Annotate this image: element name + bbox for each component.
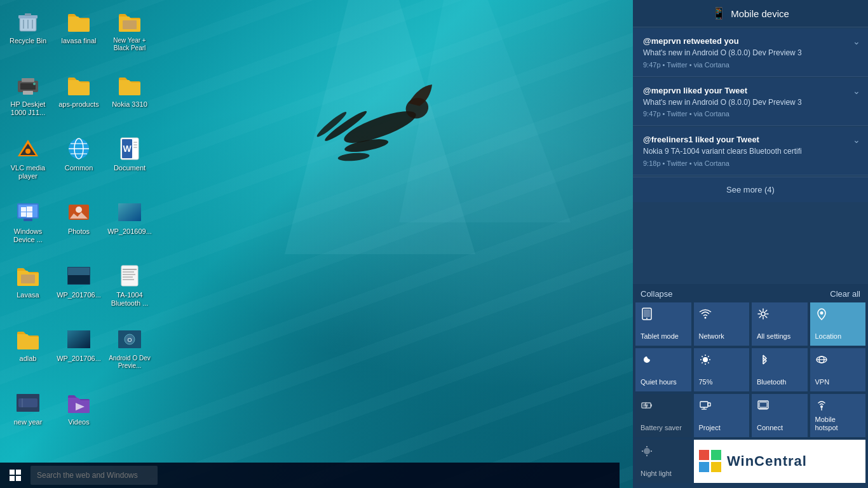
icon-recycle-bin-label: Recycle Bin	[10, 37, 46, 45]
icon-aps-products[interactable]: aps-products	[53, 69, 104, 132]
svg-rect-53	[18, 398, 37, 407]
svg-line-75	[702, 356, 702, 356]
icon-photos[interactable]: Photos	[53, 196, 104, 259]
quick-actions-grid: Tablet mode Network	[633, 302, 868, 440]
see-more-button[interactable]: See more (4)	[633, 177, 868, 202]
wincentral-logo	[699, 450, 722, 473]
all-settings-icon	[757, 308, 770, 323]
icon-windows-device-label: Windows Device ...	[5, 227, 51, 244]
icon-hp-deskjet[interactable]: HP Deskjet 1000 J11...	[3, 69, 53, 132]
search-input[interactable]	[31, 466, 158, 485]
svg-rect-41	[121, 266, 138, 286]
start-button[interactable]	[0, 463, 31, 488]
icon-vlc[interactable]: VLC media player	[3, 132, 53, 196]
svg-point-34	[76, 207, 82, 213]
notification-2[interactable]: @meprvn liked your Tweet What's new in A…	[633, 78, 868, 126]
battery-saver-icon	[641, 399, 653, 415]
qa-vpn[interactable]: VPN	[810, 348, 866, 391]
notif-2-title: @meprvn liked your Tweet	[643, 86, 858, 95]
notif-1-body: What's new in Android O (8.0.0) Dev Prev…	[643, 48, 858, 58]
qa-network[interactable]: Network	[694, 302, 750, 346]
svg-line-77	[708, 356, 709, 356]
notification-1[interactable]: @meprvn retweeted you What's new in Andr…	[633, 29, 868, 77]
notif-3-meta: 9:18p • Twitter • via Cortana	[643, 159, 858, 167]
icon-document[interactable]: W Document	[104, 132, 155, 196]
qa-project[interactable]: Project	[694, 394, 750, 437]
svg-rect-28	[24, 219, 32, 221]
icon-recycle-bin[interactable]: Recycle Bin	[3, 5, 53, 69]
icon-new-year-black-pearl[interactable]: New Year + Black Pearl	[104, 5, 155, 69]
notif-1-meta: 9:47p • Twitter • via Cortana	[643, 61, 858, 69]
qa-mobile-hotspot-label: Mobile hotspot	[815, 416, 861, 432]
icon-wp-201609[interactable]: WP_201609...	[104, 196, 155, 259]
svg-rect-40	[68, 275, 90, 284]
icon-nokia-3310[interactable]: Nokia 3310	[104, 69, 155, 132]
icon-windows-device[interactable]: Windows Device ...	[3, 196, 53, 259]
icon-new-year-label: New Year + Black Pearl	[107, 37, 153, 52]
icon-wp-201706a-label: WP_201706...	[57, 291, 101, 299]
night-light-icon	[641, 445, 653, 461]
svg-rect-94	[759, 409, 768, 410]
svg-rect-2	[25, 13, 31, 16]
qa-night-light[interactable]: Night light	[635, 440, 691, 483]
icon-new-year[interactable]: new year	[3, 386, 53, 450]
svg-point-11	[33, 83, 36, 85]
svg-rect-65	[644, 309, 650, 317]
icon-android-o-label: Android O Dev Previe...	[107, 355, 153, 370]
collapse-button[interactable]: Collapse	[641, 289, 673, 299]
icon-videos[interactable]: Videos	[53, 386, 104, 450]
svg-rect-88	[700, 402, 708, 407]
svg-rect-83	[651, 404, 652, 407]
svg-point-66	[646, 318, 648, 319]
desktop: Recycle Bin lavasa final New Year +	[0, 0, 868, 488]
icon-common-label: Common	[65, 164, 93, 172]
qa-connect-label: Connect	[757, 424, 783, 432]
qa-brightness[interactable]: 75%	[694, 348, 750, 391]
svg-rect-104	[10, 476, 15, 481]
icon-lavasa-final[interactable]: lavasa final	[53, 5, 104, 69]
icon-photos-label: Photos	[68, 227, 90, 236]
icon-aps-products-label: aps-products	[58, 100, 99, 109]
location-icon	[815, 308, 828, 323]
qa-tablet-mode[interactable]: Tablet mode	[635, 302, 691, 346]
desktop-icons: Recycle Bin lavasa final New Year +	[0, 0, 178, 488]
mobile-hotspot-icon	[815, 399, 828, 415]
logo-sq-blue	[699, 462, 709, 472]
mobile-device-icon: 📱	[712, 6, 726, 20]
svg-text:O: O	[127, 337, 132, 343]
icon-wp-201706a[interactable]: WP_201706...	[53, 259, 104, 323]
qa-bluetooth[interactable]: Bluetooth	[752, 348, 808, 391]
icon-lavasa[interactable]: Lavasa	[3, 259, 53, 323]
connect-icon	[757, 399, 770, 415]
icon-android-o[interactable]: O Android O Dev Previe...	[104, 323, 155, 386]
icon-wp-201706b[interactable]: WP_201706...	[53, 323, 104, 386]
qa-all-settings-label: All settings	[757, 332, 790, 341]
clear-all-button[interactable]: Clear all	[830, 289, 860, 299]
icon-wp-201706b-label: WP_201706...	[57, 355, 101, 363]
svg-point-70	[703, 357, 708, 362]
qa-night-light-label: Night light	[641, 470, 672, 478]
qa-location[interactable]: Location	[810, 302, 866, 346]
notification-3[interactable]: @freeliners1 liked your Tweet Nokia 9 TA…	[633, 127, 868, 175]
qa-quiet-hours[interactable]: Quiet hours	[635, 348, 691, 391]
qa-mobile-hotspot[interactable]: Mobile hotspot	[810, 394, 866, 437]
qa-network-label: Network	[699, 332, 724, 341]
qa-all-settings[interactable]: All settings	[752, 302, 808, 346]
icon-hp-deskjet-label: HP Deskjet 1000 J11...	[5, 100, 51, 117]
network-icon	[699, 308, 712, 323]
qa-location-label: Location	[815, 332, 842, 341]
icon-common[interactable]: Common	[53, 132, 104, 196]
tablet-mode-icon	[641, 308, 653, 323]
notif-3-title: @freeliners1 liked your Tweet	[643, 135, 858, 144]
svg-point-68	[761, 312, 765, 316]
notif-1-chevron-icon: ⌄	[853, 36, 860, 46]
icon-ta-1004[interactable]: TA-1004 Bluetooth ...	[104, 259, 155, 323]
svg-point-95	[820, 405, 823, 408]
qa-connect[interactable]: Connect	[752, 394, 808, 437]
qa-project-label: Project	[699, 424, 721, 432]
svg-rect-93	[759, 402, 767, 407]
icon-adlab[interactable]: adlab	[3, 323, 53, 386]
qa-battery-saver[interactable]: Battery saver	[635, 394, 691, 437]
icon-nokia-3310-label: Nokia 3310	[112, 100, 147, 109]
notif-3-chevron-icon: ⌄	[853, 135, 860, 145]
